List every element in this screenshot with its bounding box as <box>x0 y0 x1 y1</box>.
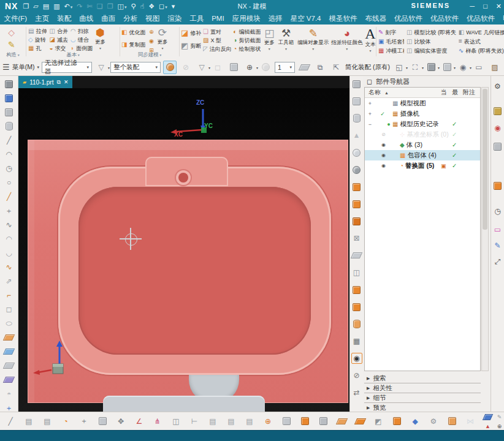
save-icon[interactable]: ▤ <box>43 2 49 10</box>
broken-link-icon[interactable]: ⊘ <box>179 61 193 74</box>
bowtie-icon[interactable]: ⋈ <box>464 415 477 428</box>
toolbox-button[interactable]: ⚒ 工具箱 <box>278 28 294 59</box>
gray-part-icon[interactable] <box>492 141 503 152</box>
hide-icon[interactable]: ⊘ <box>351 370 362 381</box>
layer-stack-icon-1[interactable]: ▤ <box>206 415 220 428</box>
point-icon[interactable]: ＋ <box>4 205 15 216</box>
unite-button[interactable]: ◫合并 <box>49 27 67 36</box>
snap-filter-icon[interactable]: ▽ <box>94 61 108 74</box>
section-dependencies[interactable]: ▶ 相关性 <box>364 383 481 393</box>
tab-pmi[interactable]: PMI <box>208 12 228 24</box>
revolve-button[interactable]: ◇旋转 <box>28 36 47 44</box>
spline-button[interactable]: ∿样条 (即将失效) <box>459 47 504 55</box>
box-select-icon[interactable] <box>227 61 240 74</box>
tree-row-model-views[interactable]: + ▦ 模型视图 <box>365 98 480 108</box>
orient-wcs-icon[interactable]: ⇱ <box>329 61 343 74</box>
menu-button[interactable]: 菜单(M) <box>12 63 35 72</box>
model-compare-button[interactable]: ◫模型比较 (即将失效) <box>407 28 456 37</box>
part-tab[interactable]: ▰ 110-1.prt ⧉ ✕ <box>18 76 72 88</box>
n-sided-surface-icon[interactable] <box>4 374 15 385</box>
die-engineering-button[interactable]: ▦冲模工程 <box>378 47 404 55</box>
engrave-button[interactable]: ✎刻字 <box>378 28 404 37</box>
tab-view[interactable]: 视图 <box>142 12 164 24</box>
history-clock-icon[interactable]: ◷ <box>492 206 503 217</box>
visibility-eye-icon[interactable]: ◉ <box>380 163 387 168</box>
patch-button[interactable]: ◪修补 <box>181 29 201 37</box>
measure-distance-icon[interactable]: ⊢ <box>188 415 201 428</box>
closed-curve-icon[interactable]: ⬭ <box>4 318 15 329</box>
ghost-ball-icon[interactable] <box>259 61 272 74</box>
move-component-icon[interactable] <box>4 107 15 118</box>
redo-icon[interactable]: ↷ <box>77 2 82 10</box>
wave-linker-button[interactable]: ◧WAVE 几何链接器 <box>459 28 504 37</box>
visibility-eye-icon[interactable]: ◉ <box>380 142 387 148</box>
offset-face-icon[interactable]: ⊕ <box>147 28 156 36</box>
save-layer-icon[interactable]: ◫ <box>169 415 183 428</box>
line-icon[interactable]: ╱ <box>4 135 15 146</box>
render-camera-icon[interactable]: ◉ <box>492 123 503 134</box>
section-search[interactable]: ▶ 搜索 <box>364 374 481 383</box>
sheet-edit-icon[interactable] <box>351 250 362 261</box>
edit-object-display-button[interactable]: ✎ 编辑对象显示 <box>297 28 329 59</box>
csys-icon[interactable]: ⋔ <box>151 415 164 428</box>
orient-view-icon[interactable] <box>424 61 438 74</box>
qat-overflow-icon[interactable]: ▾ <box>172 2 175 10</box>
tree-row-replace-face[interactable]: ◉ ◔ 替换面 (5) ▣ ✓ <box>365 160 480 171</box>
tab-buxianqi[interactable]: 布线器 <box>361 12 391 24</box>
extrude-button[interactable]: ▤拉伸 <box>28 27 47 36</box>
text-button[interactable]: A 文本 <box>365 26 375 59</box>
curve-icon-1[interactable]: ◠ <box>4 233 15 244</box>
constraint-icon[interactable] <box>4 92 15 104</box>
tree-row-datum-csys[interactable]: ⊘ ⊹ 基准坐标系 (0) ✓ <box>365 129 480 140</box>
bottom-cluster-icon[interactable] <box>483 413 492 422</box>
subtract-body-icon[interactable] <box>351 301 362 312</box>
expressions-button[interactable]: =表达式 <box>459 37 504 46</box>
point-tool-icon[interactable]: ＋ <box>77 415 91 428</box>
sector-icon[interactable]: ◔ <box>59 415 72 428</box>
save-as-icon[interactable]: ▥ <box>53 2 59 10</box>
tab-assembly[interactable]: 装配 <box>53 12 75 24</box>
paste-display-icon[interactable]: ⧉ <box>313 61 327 74</box>
tab-restore-icon[interactable]: ⧉ <box>56 79 60 86</box>
selection-filter-select[interactable]: 无选择过滤器▾ <box>42 62 92 73</box>
copy-face-button[interactable]: ◨复制面 <box>121 40 145 49</box>
block-icon[interactable] <box>351 78 362 89</box>
arc-icon[interactable]: ◠ <box>4 149 15 160</box>
more-button[interactable]: ◰ 更多 <box>264 28 275 59</box>
swept-surface-icon[interactable] <box>4 360 15 371</box>
bottom-cluster-icon[interactable]: ✎ <box>495 413 504 422</box>
cylinder-primitive-icon[interactable] <box>351 113 362 124</box>
tab-youpin-1[interactable]: 优品软件 <box>391 12 427 24</box>
sphere-icon[interactable] <box>351 147 362 158</box>
draw-shape-button[interactable]: ◔绘制形状 <box>233 45 261 53</box>
ghost-icon-1[interactable]: ◻ <box>211 61 224 74</box>
new-file-icon[interactable]: ❐ <box>23 2 29 10</box>
sketch-icon[interactable]: ◇ <box>8 28 17 37</box>
tab-youpin-3[interactable]: 优品软件 <box>463 12 499 24</box>
torus-icon[interactable] <box>351 164 362 175</box>
pad-icon[interactable] <box>351 181 362 192</box>
visibility-eye-icon[interactable]: ◉ <box>380 153 387 158</box>
body-tool-icon[interactable] <box>96 415 109 428</box>
tab-tools[interactable]: 工具 <box>186 12 208 24</box>
rectangle-icon[interactable]: ◻ <box>4 304 15 315</box>
capture-icon[interactable]: ◫ <box>118 2 127 10</box>
edit-density-button[interactable]: ◫编辑实体密度 <box>407 47 456 55</box>
orange-sheet-icon-1[interactable] <box>335 415 348 428</box>
dome-icon[interactable]: ◓ <box>4 388 15 399</box>
tree-row-body[interactable]: ◉ ◆ 体 (3) ✓ <box>365 140 480 150</box>
delete-body-icon[interactable]: ⊠ <box>351 233 362 244</box>
tab-analysis[interactable]: 分析 <box>120 12 142 24</box>
assign-feature-color-button[interactable]: ◕ 指派特征颜色 <box>331 28 362 59</box>
highlight-sphere-icon[interactable] <box>163 61 177 74</box>
gears-icon[interactable]: ⚙ <box>427 415 440 428</box>
tab-youpin-2[interactable]: 优品软件 <box>427 12 463 24</box>
sew-button[interactable]: ◡缝合 <box>71 36 93 44</box>
edit-section-button[interactable]: ◐编辑截面 <box>233 28 261 36</box>
line-point-icon[interactable]: ╱ <box>4 191 15 202</box>
measure-icon[interactable]: ▭ <box>492 224 503 235</box>
column-note[interactable]: 附注 <box>463 88 475 97</box>
part-icon[interactable] <box>492 105 503 116</box>
clean-screen-icon[interactable]: ▨ <box>488 61 502 74</box>
blue-part-icon[interactable]: ◆ <box>408 415 422 428</box>
